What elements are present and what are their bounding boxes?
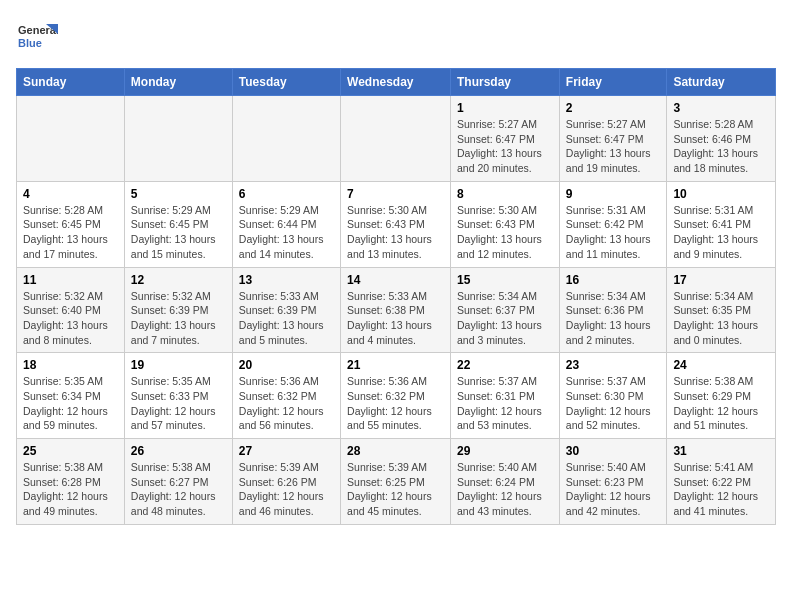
day-number: 3	[673, 101, 769, 115]
calendar-week-row: 11Sunrise: 5:32 AM Sunset: 6:40 PM Dayli…	[17, 267, 776, 353]
day-detail: Sunrise: 5:34 AM Sunset: 6:36 PM Dayligh…	[566, 289, 661, 348]
day-detail: Sunrise: 5:27 AM Sunset: 6:47 PM Dayligh…	[566, 117, 661, 176]
calendar-cell: 14Sunrise: 5:33 AM Sunset: 6:38 PM Dayli…	[341, 267, 451, 353]
header-wednesday: Wednesday	[341, 69, 451, 96]
day-number: 16	[566, 273, 661, 287]
calendar-week-row: 25Sunrise: 5:38 AM Sunset: 6:28 PM Dayli…	[17, 439, 776, 525]
day-number: 4	[23, 187, 118, 201]
calendar-cell: 4Sunrise: 5:28 AM Sunset: 6:45 PM Daylig…	[17, 181, 125, 267]
calendar-cell: 2Sunrise: 5:27 AM Sunset: 6:47 PM Daylig…	[559, 96, 667, 182]
day-detail: Sunrise: 5:30 AM Sunset: 6:43 PM Dayligh…	[457, 203, 553, 262]
day-detail: Sunrise: 5:39 AM Sunset: 6:26 PM Dayligh…	[239, 460, 334, 519]
day-number: 31	[673, 444, 769, 458]
calendar-cell: 3Sunrise: 5:28 AM Sunset: 6:46 PM Daylig…	[667, 96, 776, 182]
calendar-cell	[17, 96, 125, 182]
day-number: 29	[457, 444, 553, 458]
day-number: 19	[131, 358, 226, 372]
calendar-cell: 25Sunrise: 5:38 AM Sunset: 6:28 PM Dayli…	[17, 439, 125, 525]
calendar-cell: 24Sunrise: 5:38 AM Sunset: 6:29 PM Dayli…	[667, 353, 776, 439]
calendar-cell: 31Sunrise: 5:41 AM Sunset: 6:22 PM Dayli…	[667, 439, 776, 525]
logo-icon: GeneralBlue	[16, 16, 58, 58]
day-detail: Sunrise: 5:36 AM Sunset: 6:32 PM Dayligh…	[239, 374, 334, 433]
day-detail: Sunrise: 5:35 AM Sunset: 6:33 PM Dayligh…	[131, 374, 226, 433]
calendar-cell: 12Sunrise: 5:32 AM Sunset: 6:39 PM Dayli…	[124, 267, 232, 353]
header: GeneralBlue	[16, 16, 776, 58]
calendar-cell: 28Sunrise: 5:39 AM Sunset: 6:25 PM Dayli…	[341, 439, 451, 525]
day-detail: Sunrise: 5:37 AM Sunset: 6:31 PM Dayligh…	[457, 374, 553, 433]
logo: GeneralBlue	[16, 16, 58, 58]
header-monday: Monday	[124, 69, 232, 96]
day-number: 8	[457, 187, 553, 201]
calendar-cell: 29Sunrise: 5:40 AM Sunset: 6:24 PM Dayli…	[451, 439, 560, 525]
calendar-cell: 26Sunrise: 5:38 AM Sunset: 6:27 PM Dayli…	[124, 439, 232, 525]
calendar-cell: 5Sunrise: 5:29 AM Sunset: 6:45 PM Daylig…	[124, 181, 232, 267]
day-number: 9	[566, 187, 661, 201]
calendar-cell	[124, 96, 232, 182]
day-number: 2	[566, 101, 661, 115]
day-number: 17	[673, 273, 769, 287]
day-detail: Sunrise: 5:36 AM Sunset: 6:32 PM Dayligh…	[347, 374, 444, 433]
day-number: 26	[131, 444, 226, 458]
day-number: 24	[673, 358, 769, 372]
day-number: 10	[673, 187, 769, 201]
day-detail: Sunrise: 5:28 AM Sunset: 6:45 PM Dayligh…	[23, 203, 118, 262]
day-detail: Sunrise: 5:38 AM Sunset: 6:27 PM Dayligh…	[131, 460, 226, 519]
day-number: 28	[347, 444, 444, 458]
calendar-cell: 19Sunrise: 5:35 AM Sunset: 6:33 PM Dayli…	[124, 353, 232, 439]
day-detail: Sunrise: 5:33 AM Sunset: 6:39 PM Dayligh…	[239, 289, 334, 348]
calendar-cell: 15Sunrise: 5:34 AM Sunset: 6:37 PM Dayli…	[451, 267, 560, 353]
day-number: 22	[457, 358, 553, 372]
calendar-cell	[232, 96, 340, 182]
calendar-header-row: SundayMondayTuesdayWednesdayThursdayFrid…	[17, 69, 776, 96]
day-number: 11	[23, 273, 118, 287]
calendar-cell: 7Sunrise: 5:30 AM Sunset: 6:43 PM Daylig…	[341, 181, 451, 267]
day-detail: Sunrise: 5:35 AM Sunset: 6:34 PM Dayligh…	[23, 374, 118, 433]
day-number: 5	[131, 187, 226, 201]
day-detail: Sunrise: 5:32 AM Sunset: 6:40 PM Dayligh…	[23, 289, 118, 348]
day-number: 13	[239, 273, 334, 287]
day-number: 1	[457, 101, 553, 115]
day-detail: Sunrise: 5:32 AM Sunset: 6:39 PM Dayligh…	[131, 289, 226, 348]
day-detail: Sunrise: 5:40 AM Sunset: 6:24 PM Dayligh…	[457, 460, 553, 519]
calendar-week-row: 4Sunrise: 5:28 AM Sunset: 6:45 PM Daylig…	[17, 181, 776, 267]
day-detail: Sunrise: 5:34 AM Sunset: 6:37 PM Dayligh…	[457, 289, 553, 348]
day-number: 12	[131, 273, 226, 287]
calendar-cell: 21Sunrise: 5:36 AM Sunset: 6:32 PM Dayli…	[341, 353, 451, 439]
day-number: 27	[239, 444, 334, 458]
header-tuesday: Tuesday	[232, 69, 340, 96]
calendar-cell: 18Sunrise: 5:35 AM Sunset: 6:34 PM Dayli…	[17, 353, 125, 439]
calendar-cell: 8Sunrise: 5:30 AM Sunset: 6:43 PM Daylig…	[451, 181, 560, 267]
calendar-cell	[341, 96, 451, 182]
day-number: 30	[566, 444, 661, 458]
day-detail: Sunrise: 5:34 AM Sunset: 6:35 PM Dayligh…	[673, 289, 769, 348]
day-detail: Sunrise: 5:28 AM Sunset: 6:46 PM Dayligh…	[673, 117, 769, 176]
calendar-cell: 30Sunrise: 5:40 AM Sunset: 6:23 PM Dayli…	[559, 439, 667, 525]
calendar-cell: 9Sunrise: 5:31 AM Sunset: 6:42 PM Daylig…	[559, 181, 667, 267]
day-detail: Sunrise: 5:41 AM Sunset: 6:22 PM Dayligh…	[673, 460, 769, 519]
calendar-cell: 11Sunrise: 5:32 AM Sunset: 6:40 PM Dayli…	[17, 267, 125, 353]
header-thursday: Thursday	[451, 69, 560, 96]
day-detail: Sunrise: 5:27 AM Sunset: 6:47 PM Dayligh…	[457, 117, 553, 176]
day-detail: Sunrise: 5:33 AM Sunset: 6:38 PM Dayligh…	[347, 289, 444, 348]
calendar-table: SundayMondayTuesdayWednesdayThursdayFrid…	[16, 68, 776, 525]
calendar-cell: 1Sunrise: 5:27 AM Sunset: 6:47 PM Daylig…	[451, 96, 560, 182]
calendar-cell: 10Sunrise: 5:31 AM Sunset: 6:41 PM Dayli…	[667, 181, 776, 267]
day-number: 14	[347, 273, 444, 287]
day-detail: Sunrise: 5:40 AM Sunset: 6:23 PM Dayligh…	[566, 460, 661, 519]
day-detail: Sunrise: 5:38 AM Sunset: 6:29 PM Dayligh…	[673, 374, 769, 433]
calendar-cell: 27Sunrise: 5:39 AM Sunset: 6:26 PM Dayli…	[232, 439, 340, 525]
calendar-cell: 20Sunrise: 5:36 AM Sunset: 6:32 PM Dayli…	[232, 353, 340, 439]
day-detail: Sunrise: 5:31 AM Sunset: 6:42 PM Dayligh…	[566, 203, 661, 262]
day-detail: Sunrise: 5:39 AM Sunset: 6:25 PM Dayligh…	[347, 460, 444, 519]
calendar-cell: 22Sunrise: 5:37 AM Sunset: 6:31 PM Dayli…	[451, 353, 560, 439]
calendar-cell: 13Sunrise: 5:33 AM Sunset: 6:39 PM Dayli…	[232, 267, 340, 353]
calendar-week-row: 1Sunrise: 5:27 AM Sunset: 6:47 PM Daylig…	[17, 96, 776, 182]
day-detail: Sunrise: 5:29 AM Sunset: 6:44 PM Dayligh…	[239, 203, 334, 262]
day-number: 15	[457, 273, 553, 287]
header-sunday: Sunday	[17, 69, 125, 96]
calendar-cell: 17Sunrise: 5:34 AM Sunset: 6:35 PM Dayli…	[667, 267, 776, 353]
day-detail: Sunrise: 5:37 AM Sunset: 6:30 PM Dayligh…	[566, 374, 661, 433]
day-number: 18	[23, 358, 118, 372]
calendar-cell: 6Sunrise: 5:29 AM Sunset: 6:44 PM Daylig…	[232, 181, 340, 267]
calendar-cell: 23Sunrise: 5:37 AM Sunset: 6:30 PM Dayli…	[559, 353, 667, 439]
